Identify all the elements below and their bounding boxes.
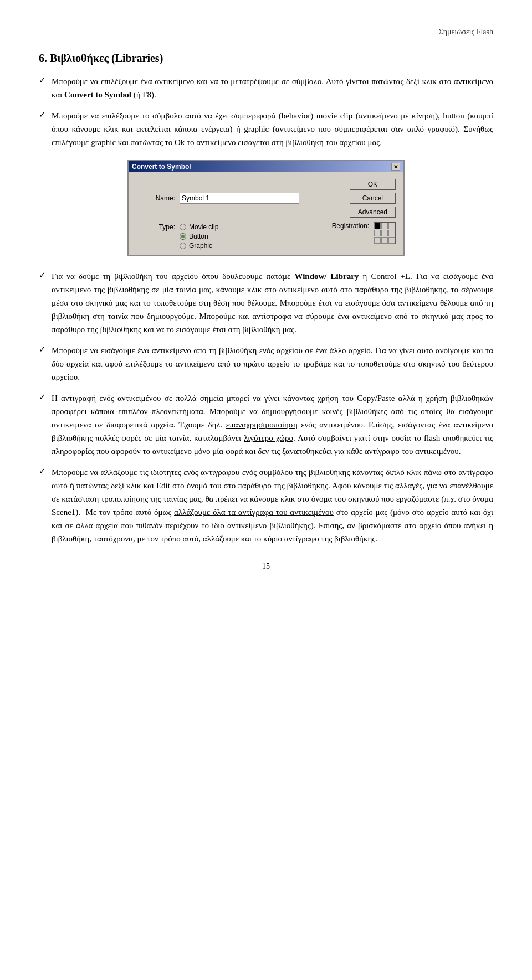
reg-cell-bl[interactable] [374, 237, 381, 244]
dialog-body: Name: OK Cancel Advanced Type: [129, 172, 403, 255]
radio-circle-graphic [180, 243, 186, 249]
type-label: Type: [136, 223, 175, 231]
list-item: ✓ Μπορούμε να επιλέξουμε το σύμβολο αυτό… [39, 109, 493, 149]
list-item: ✓ Για να δούμε τη βιβλιοθήκη του αρχείου… [39, 270, 493, 336]
reg-cell-mr[interactable] [388, 230, 395, 236]
dialog-title: Convert to Symbol [132, 163, 191, 171]
bullet-text: Μπορούμε να εισάγουμε ένα αντικείμενο απ… [52, 344, 493, 384]
reg-cell-br[interactable] [388, 237, 395, 244]
reg-cell-mc[interactable] [381, 230, 388, 236]
list-item: ✓ Η αντιγραφή ενός αντικειμένου σε πολλά… [39, 391, 493, 458]
header-title: Σημειώσεις Flash [439, 28, 493, 36]
list-item: ✓ Μπορούμε να εισάγουμε ένα αντικείμενο … [39, 344, 493, 384]
list-item: ✓ Μπορούμε να επιλέξουμε ένα αντικείμενο… [39, 75, 493, 101]
list-item: ✓ Μπορούμε να αλλάξουμε τις ιδιότητες εν… [39, 466, 493, 545]
bullet-text: Μπορούμε να αλλάξουμε τις ιδιότητες ενός… [52, 466, 493, 545]
bullet-text: Για να δούμε τη βιβλιοθήκη του αρχείου ό… [52, 270, 493, 336]
radio-label-graphic: Graphic [189, 242, 212, 250]
section-title: 6. Βιβλιοθήκες (Libraries) [39, 52, 493, 65]
checkmark-icon: ✓ [39, 344, 46, 354]
checkmark-icon: ✓ [39, 392, 46, 402]
checkmark-icon: ✓ [39, 270, 46, 280]
type-section: Type: Movie clip Button [136, 222, 315, 250]
reg-cell-tc[interactable] [381, 223, 388, 229]
type-options: Movie clip Button Graphic [180, 223, 218, 250]
checkmark-icon: ✓ [39, 466, 46, 476]
underline-text-3: αλλάζουμε όλα τα αντίγραφα του αντικειμέ… [174, 508, 334, 517]
underline-text-2: λιγότερο χώρο [244, 434, 293, 442]
page-number: 15 [39, 562, 493, 571]
page: Σημειώσεις Flash 6. Βιβλιοθήκες (Librari… [0, 0, 532, 604]
bullet-text: Η αντιγραφή ενός αντικειμένου σε πολλά σ… [52, 391, 493, 458]
registration-grid [374, 222, 396, 244]
reg-cell-tl[interactable] [374, 223, 381, 229]
ok-button[interactable]: OK [350, 179, 396, 190]
underline-text-1: επαναχρησιμοποίηση [226, 420, 298, 429]
advanced-button[interactable]: Advanced [350, 207, 396, 218]
radio-label-movie-clip: Movie clip [189, 223, 218, 231]
radio-movie-clip[interactable]: Movie clip [180, 223, 218, 231]
name-label: Name: [136, 194, 175, 202]
radio-circle-button [180, 233, 186, 240]
registration-label: Registration: [332, 222, 369, 230]
dialog-buttons: OK Cancel Advanced [350, 179, 396, 218]
dialog-close-button[interactable]: ✕ [391, 163, 400, 171]
radio-label-button: Button [189, 233, 208, 240]
radio-button[interactable]: Button [180, 233, 218, 240]
page-header: Σημειώσεις Flash [39, 28, 493, 37]
cancel-button[interactable]: Cancel [350, 193, 396, 204]
radio-circle-movie-clip [180, 224, 186, 230]
name-input[interactable] [180, 193, 299, 204]
bullet-text: Μπορούμε να επιλέξουμε ένα αντικείμενο κ… [52, 75, 493, 101]
reg-cell-bc[interactable] [381, 237, 388, 244]
reg-cell-ml[interactable] [374, 230, 381, 236]
type-registration-row: Type: Movie clip Button [136, 222, 396, 250]
checkmark-icon: ✓ [39, 75, 46, 85]
dialog-titlebar: Convert to Symbol ✕ [129, 161, 403, 172]
reg-cell-tr[interactable] [388, 223, 395, 229]
registration-section: Registration: [332, 222, 396, 244]
dialog-container: Convert to Symbol ✕ Name: OK Cancel Adva… [39, 160, 493, 256]
name-row: Name: OK Cancel Advanced [136, 179, 396, 218]
checkmark-icon: ✓ [39, 110, 46, 120]
bullet-text: Μπορούμε να επιλέξουμε το σύμβολο αυτό ν… [52, 109, 493, 149]
convert-to-symbol-dialog: Convert to Symbol ✕ Name: OK Cancel Adva… [127, 160, 405, 256]
radio-graphic[interactable]: Graphic [180, 242, 218, 250]
